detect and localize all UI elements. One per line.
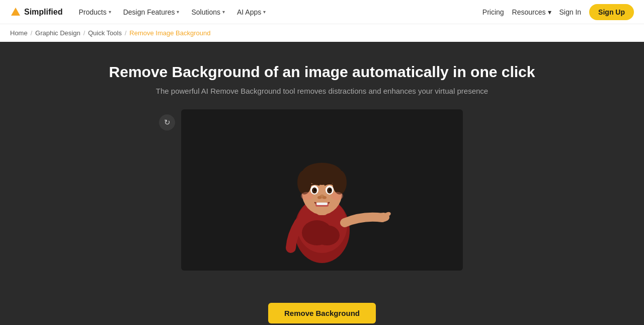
svg-rect-22 <box>316 203 328 205</box>
chevron-down-icon: ▾ <box>263 9 266 15</box>
svg-point-5 <box>314 225 340 245</box>
nav-ai-apps[interactable]: AI Apps ▾ <box>237 8 266 16</box>
nav-design-features[interactable]: Design Features ▾ <box>123 8 180 16</box>
image-wrapper: ↻ <box>181 109 463 287</box>
breadcrumb: Home / Graphic Design / Quick Tools / Re… <box>0 24 644 42</box>
main-content: Remove Background of an image automatica… <box>0 42 644 325</box>
content-wrapper: ↻ <box>10 109 634 323</box>
svg-point-20 <box>323 196 327 199</box>
nav-resources-label: Resources <box>512 8 546 16</box>
signin-button[interactable]: Sign In <box>559 8 582 16</box>
navbar-right: Pricing Resources ▾ Sign In Sign Up <box>482 4 634 20</box>
refresh-icon: ↻ <box>164 118 171 127</box>
logo-text: Simplified <box>24 8 62 17</box>
logo[interactable]: Simplified <box>10 7 62 18</box>
nav-ai-apps-label: AI Apps <box>237 8 261 16</box>
svg-point-17 <box>329 189 331 191</box>
svg-point-16 <box>314 189 316 191</box>
chevron-down-icon: ▾ <box>222 9 225 15</box>
nav-products[interactable]: Products ▾ <box>78 8 111 16</box>
hero-title: Remove Background of an image automatica… <box>109 62 535 82</box>
child-photo <box>247 114 397 266</box>
svg-point-26 <box>331 192 343 200</box>
chevron-down-icon: ▾ <box>548 8 551 16</box>
chevron-down-icon: ▾ <box>109 9 111 15</box>
hero-subtitle: The powerful AI Remove Background tool r… <box>156 87 488 95</box>
logo-icon <box>10 7 21 18</box>
image-preview <box>181 109 463 271</box>
refresh-button[interactable]: ↻ <box>159 114 175 131</box>
svg-point-25 <box>301 192 313 200</box>
breadcrumb-sep-2: / <box>84 30 85 37</box>
breadcrumb-quick-tools[interactable]: Quick Tools <box>88 29 122 37</box>
nav-products-label: Products <box>78 8 106 16</box>
svg-point-19 <box>317 196 321 199</box>
breadcrumb-current: Remove Image Background <box>129 29 210 37</box>
navbar: Simplified Products ▾ Design Features ▾ … <box>0 0 644 24</box>
nav-resources[interactable]: Resources ▾ <box>512 8 551 16</box>
chevron-down-icon: ▾ <box>177 9 179 15</box>
nav-solutions[interactable]: Solutions ▾ <box>191 8 225 16</box>
signup-button[interactable]: Sign Up <box>589 4 634 20</box>
nav-solutions-label: Solutions <box>191 8 220 16</box>
nav-pricing[interactable]: Pricing <box>482 8 504 16</box>
breadcrumb-sep-1: / <box>31 30 32 37</box>
nav-design-label: Design Features <box>123 8 175 16</box>
svg-marker-0 <box>11 8 20 16</box>
breadcrumb-sep-3: / <box>125 30 126 37</box>
breadcrumb-graphic-design[interactable]: Graphic Design <box>35 29 80 37</box>
remove-background-button[interactable]: Remove Background <box>268 303 376 323</box>
breadcrumb-home[interactable]: Home <box>10 29 28 37</box>
svg-rect-11 <box>302 171 342 181</box>
